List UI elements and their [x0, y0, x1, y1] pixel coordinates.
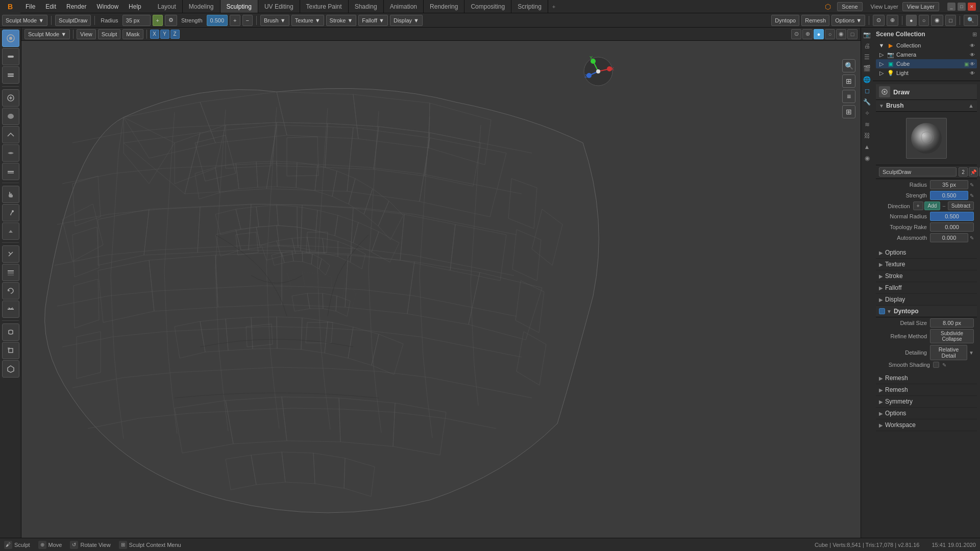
display-dropdown[interactable]: Display ▼ [390, 15, 423, 26]
brush-name-input[interactable]: SculptDraw [879, 167, 957, 177]
options-btn[interactable]: Options ▼ [831, 15, 865, 26]
falloff-dropdown[interactable]: Falloff ▼ [358, 15, 388, 26]
remesh2-section[interactable]: ▶ Remesh [876, 384, 977, 396]
maximize-button[interactable]: □ [958, 3, 966, 11]
cube-vis-icon[interactable]: ▣ [964, 61, 969, 67]
radius-gear-btn[interactable]: ⚙ [165, 15, 177, 26]
remesh1-section[interactable]: ▶ Remesh [876, 372, 977, 384]
dyntopo-checkbox[interactable] [879, 308, 885, 314]
viewport-gizmo-icon[interactable]: ⊕ [802, 29, 813, 39]
viewport-shading-material-icon[interactable]: ○ [825, 29, 835, 39]
gizmo-btn[interactable]: ⊕ [887, 15, 898, 26]
viewport[interactable]: Sculpt Mode ▼ View Sculpt Mask X Y Z ⊙ ⊕… [21, 28, 861, 538]
add-workspace-button[interactable]: + [548, 4, 559, 10]
menu-file[interactable]: File [20, 0, 40, 13]
tab-compositing[interactable]: Compositing [464, 0, 511, 13]
display-section[interactable]: ▶ Display [876, 294, 977, 306]
direction-add-btn[interactable]: Add [924, 202, 941, 210]
tool-scrape[interactable] [2, 300, 19, 318]
brush-section-toggle[interactable]: ▲ [968, 103, 974, 109]
shading-material-btn[interactable]: ○ [919, 15, 929, 26]
menu-render[interactable]: Render [61, 0, 91, 13]
autosmooth-value[interactable]: 0.000 [930, 233, 968, 242]
topology-rake-value[interactable]: 0.000 [930, 222, 974, 232]
tool-inflate[interactable] [2, 89, 19, 107]
tab-uv-editing[interactable]: UV Editing [258, 0, 300, 13]
sculpt-mode-select[interactable]: Sculpt Mode ▼ [24, 29, 70, 39]
camera-item[interactable]: ▷ 📷 Camera 👁 [876, 50, 977, 59]
tab-shading[interactable]: Shading [349, 0, 384, 13]
radius-edit-icon[interactable]: ✎ [970, 182, 974, 188]
nav-grid-btn[interactable]: ⊞ [842, 105, 855, 118]
props-physics-icon[interactable]: ≋ [862, 119, 872, 130]
search-btn[interactable]: 🔍 [964, 15, 978, 26]
remesh-btn[interactable]: Remesh [801, 15, 829, 26]
brush-pin-btn[interactable]: 📌 [969, 167, 978, 177]
scene-selector[interactable]: Scene [837, 2, 862, 11]
symmetry-section[interactable]: ▶ Symmetry [876, 396, 977, 408]
normal-radius-value[interactable]: 0.500 [930, 212, 974, 221]
props-output-icon[interactable]: 🖨 [862, 41, 872, 51]
tab-animation[interactable]: Animation [384, 0, 424, 13]
tab-scripting[interactable]: Scripting [511, 0, 548, 13]
autosmooth-edit-icon[interactable]: ✎ [970, 235, 974, 241]
tool-transform[interactable] [2, 342, 19, 359]
camera-visibility-icon[interactable]: 👁 [970, 52, 975, 58]
tool-clay[interactable] [2, 48, 19, 65]
props-scene-icon[interactable]: 🎬 [862, 63, 872, 73]
blender-logo[interactable]: B [0, 0, 20, 13]
view-layer-selector[interactable]: View Layer [902, 2, 939, 11]
tool-draw[interactable] [2, 30, 19, 47]
tool-thumb[interactable] [2, 222, 19, 240]
refine-method-value[interactable]: Subdivide Collapse [930, 329, 974, 343]
props-render-icon[interactable]: 📷 [862, 30, 872, 40]
y-coord-btn[interactable]: Y [160, 30, 169, 39]
tool-snake-hook[interactable] [2, 204, 19, 221]
collection-item[interactable]: ▼ ▶ Collection 👁 [876, 41, 977, 50]
direction-subtract-btn[interactable]: Subtract [948, 202, 974, 210]
x-coord-btn[interactable]: X [150, 30, 159, 39]
viewport-overlay-icon[interactable]: ⊙ [791, 29, 801, 39]
props-world-icon[interactable]: 🌐 [862, 74, 872, 85]
radius-input[interactable] [122, 15, 151, 26]
brush-dropdown[interactable]: Brush ▼ [260, 15, 289, 26]
dyntopo-section-header[interactable]: ▼ Dyntopo [876, 306, 977, 317]
minimize-button[interactable]: _ [947, 3, 955, 11]
radius-plus-btn[interactable]: + [153, 15, 163, 26]
workspace-section[interactable]: ▶ Workspace [876, 419, 977, 431]
props-modifiers-icon[interactable]: 🔧 [862, 97, 872, 107]
detail-size-value[interactable]: 8.00 px [930, 318, 974, 328]
props-constraints-icon[interactable]: ⛓ [862, 131, 872, 141]
texture-dropdown[interactable]: Texture ▼ [291, 15, 324, 26]
props-view-layer-icon[interactable]: ☰ [862, 52, 872, 62]
tool-flatten[interactable] [2, 163, 19, 180]
tool-grab[interactable] [2, 186, 19, 203]
overlay-btn[interactable]: ⊙ [873, 15, 885, 26]
tab-sculpting[interactable]: Sculpting [220, 0, 258, 13]
mask-btn[interactable]: Mask [122, 29, 143, 39]
viewport-shading-wire-icon[interactable]: □ [847, 29, 857, 39]
tool-mask[interactable] [2, 323, 19, 341]
light-item[interactable]: ▷ 💡 Light 👁 [876, 68, 977, 78]
tool-blob[interactable] [2, 108, 19, 125]
props-object-icon[interactable]: ◻ [862, 86, 872, 96]
options-section[interactable]: ▶ Options [876, 247, 977, 259]
shading-render-btn[interactable]: ◉ [931, 15, 943, 26]
strength-input[interactable]: 0.500 [207, 15, 228, 26]
falloff-section[interactable]: ▶ Falloff [876, 282, 977, 294]
brush-name-btn[interactable]: SculptDraw [55, 15, 91, 26]
cube-item[interactable]: ▷ ▣ Cube ▣ 👁 [876, 59, 977, 68]
tool-rotate[interactable] [2, 282, 19, 299]
tool-clay-strips[interactable] [2, 66, 19, 84]
smooth-shading-checkbox[interactable] [933, 362, 939, 368]
viewport-shading-render-icon[interactable]: ◉ [836, 29, 846, 39]
sculpt-btn[interactable]: Sculpt [98, 29, 121, 39]
tab-texture-paint[interactable]: Texture Paint [300, 0, 349, 13]
light-visibility-icon[interactable]: 👁 [970, 70, 975, 76]
viewport-shading-solid-icon[interactable]: ● [814, 29, 824, 39]
zoom-in-btn[interactable]: 🔍 [842, 59, 855, 72]
detailing-value[interactable]: Relative Detail [930, 345, 967, 360]
view-btn[interactable]: View [77, 29, 96, 39]
detailing-arrow-icon[interactable]: ▼ [969, 350, 974, 356]
tool-smooth[interactable] [2, 144, 19, 162]
